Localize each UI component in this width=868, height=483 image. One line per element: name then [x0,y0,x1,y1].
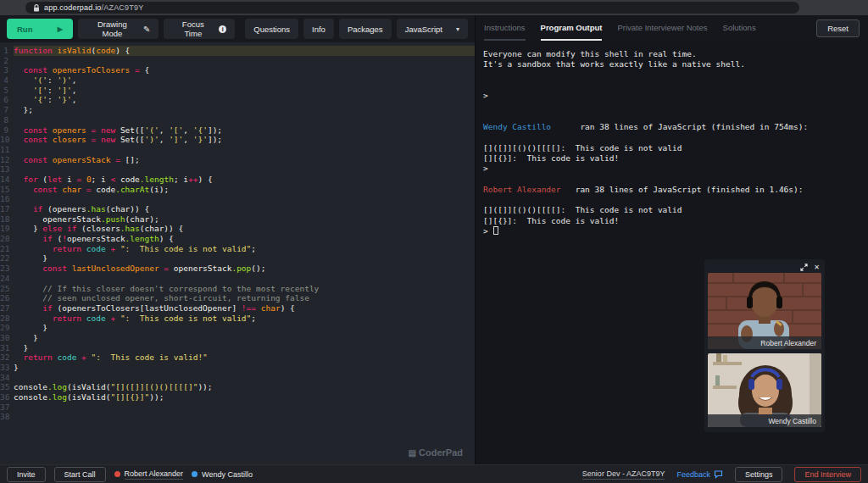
participant-chip-wendy[interactable]: Wendy Castillo [192,470,253,479]
code-line: 38 [0,412,475,422]
line-number: 34 [0,373,14,383]
code-line: 37 [0,402,475,413]
coderpad-watermark: ▤ CoderPad [409,447,463,458]
drawing-mode-button[interactable]: Drawing Mode ✎ [78,19,159,39]
output-line [483,70,868,80]
line-number: 30 [0,333,14,343]
app-container: Run ▶ Drawing Mode ✎ Focus Time i Questi… [0,15,868,464]
expand-icon[interactable] [800,264,808,271]
code-line: 2 [0,56,475,66]
line-number: 16 [0,194,14,204]
output-line: []([]][()()[[[[]: This code is not valid [483,143,868,153]
line-number: 4 [0,75,14,86]
line-number: 3 [0,65,14,75]
code-line: 11 [0,145,475,155]
start-call-button[interactable]: Start Call [54,467,106,482]
code-line: 4 '(': ')', [0,75,475,86]
output-line: > [483,91,868,101]
line-number: 21 [0,244,14,254]
line-number: 29 [0,323,14,333]
presence-dot-red [114,471,120,477]
code-line: 36console.log(isValid("[][{}]")); [0,392,475,402]
participant-name: Robert Alexander [125,469,184,480]
coderpad-logo-icon: ▤ [409,448,416,458]
drawing-mode-label: Drawing Mode [86,19,138,38]
info-button[interactable]: Info [303,19,334,39]
line-number: 1 [0,46,14,56]
code-line: 28 return code + ": This code is not val… [0,314,475,324]
code-line: 12 const openersStack = []; [0,155,475,165]
code-line: 18 openersStack.push(char); [0,214,475,225]
output-line [483,101,868,111]
line-number: 2 [0,56,14,66]
code-line: 9 const openers = new Set(['(', '[', '{'… [0,125,475,136]
output-line: It's a sandbox that works exactly like a… [483,59,868,69]
close-icon[interactable]: ✕ [814,264,820,271]
video-name-label: Robert Alexander [708,336,821,349]
settings-button[interactable]: Settings [735,467,783,482]
line-number: 13 [0,164,14,175]
tab-instructions[interactable]: Instructions [484,15,526,41]
code-line: 1function isValid(code) { [0,46,475,56]
pencil-icon: ✎ [143,25,150,34]
bottom-bar-right: Senior Dev - AZAC9T9Y Feedback Settings … [582,467,861,482]
code-line: 3 const openersToClosers = { [0,65,475,75]
tab-private-interviewer-notes[interactable]: Private Interviewer Notes [617,15,707,41]
address-bar[interactable]: app.coderpad.io/AZAC9T9Y [25,2,799,14]
output-line: Everyone can modify this shell in real t… [483,49,868,59]
chevron-down-icon: ▾ [456,25,459,33]
feedback-link[interactable]: Feedback [676,470,723,479]
output-pane: Instructions Program Output Private Inte… [475,15,868,464]
line-number: 38 [0,412,14,422]
code-line: 6 '{': '}', [0,95,475,105]
run-button[interactable]: Run ▶ [7,19,73,39]
language-select[interactable]: JavaScript ▾ [397,19,468,39]
code-line: 20 if (!openersStack.length) { [0,234,475,244]
line-number: 9 [0,125,14,136]
program-output-terminal[interactable]: Everyone can modify this shell in real t… [476,41,868,236]
video-panel-header: ✕ [708,262,821,273]
code-line: 31 } [0,343,475,353]
code-line: 21 return code + ": This code is not val… [0,244,475,254]
line-number: 25 [0,284,14,294]
invite-button[interactable]: Invite [7,467,46,482]
code-line: 15 const char = code.charAt(i); [0,185,475,195]
end-interview-button[interactable]: End Interview [794,467,861,482]
output-line [483,112,868,122]
packages-button[interactable]: Packages [339,19,392,39]
tab-program-output[interactable]: Program Output [541,15,603,41]
output-line [483,195,868,205]
line-number: 10 [0,135,14,145]
output-line [483,80,868,91]
line-number: 11 [0,145,14,155]
session-title[interactable]: Senior Dev - AZAC9T9Y [582,469,665,480]
video-call-panel: ✕ [704,259,825,432]
browser-top-bar: app.coderpad.io/AZAC9T9Y [0,0,868,15]
code-line: 10 const closers = new Set([')', ']', '}… [0,135,475,145]
output-line: > [483,164,868,174]
code-line: 32 return code + ": This code is valid!" [0,353,475,363]
output-line: Wendy Castillo ran 38 lines of JavaScrip… [483,122,868,132]
line-number: 33 [0,363,14,373]
output-line: [][{}]: This code is valid! [483,216,868,226]
tab-solutions[interactable]: Solutions [723,15,756,41]
participant-chip-robert[interactable]: Robert Alexander [114,469,184,480]
focus-time-button[interactable]: Focus Time i [164,19,235,39]
coderpad-watermark-label: CoderPad [419,447,463,458]
editor-pane: Run ▶ Drawing Mode ✎ Focus Time i Questi… [0,15,475,464]
code-line: 22 } [0,253,475,264]
questions-button[interactable]: Questions [245,19,298,39]
video-tile-wendy[interactable]: Wendy Castillo [708,353,821,427]
code-line: 33} [0,363,475,373]
line-number: 14 [0,175,14,185]
reset-button[interactable]: Reset [816,19,860,37]
focus-time-label: Focus Time [172,19,214,38]
code-line: 30 } [0,333,475,343]
code-line: 25 // If this closer doesn't correspond … [0,284,475,294]
code-line: 19 } else if (closers.has(char)) { [0,224,475,234]
code-editor[interactable]: 1function isValid(code) {23 const opener… [0,42,475,464]
code-line: 27 if (openersToClosers[lastUnclosedOpen… [0,303,475,314]
line-number: 23 [0,264,14,274]
video-tile-robert[interactable]: Robert Alexander [708,273,821,349]
line-number: 8 [0,115,14,125]
